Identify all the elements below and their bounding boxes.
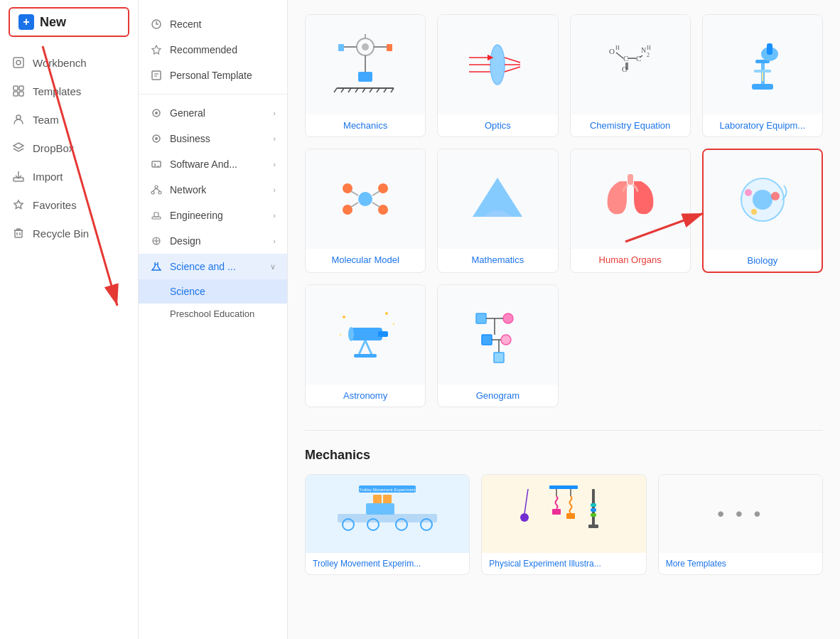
sidebar-item-workbench[interactable]: Workbench bbox=[0, 48, 138, 77]
svg-rect-41 bbox=[387, 44, 392, 51]
template-card-biology[interactable]: Biology bbox=[702, 149, 823, 273]
svg-text:2: 2 bbox=[647, 52, 650, 58]
main-content: Mechanics bbox=[288, 0, 840, 639]
sidebar-item-favorites[interactable]: Favorites bbox=[0, 190, 138, 219]
bottom-card-physical[interactable]: Physical Experiment Illustra... bbox=[481, 474, 646, 575]
general-label: General bbox=[170, 107, 205, 119]
molecular-img bbox=[306, 149, 425, 249]
svg-point-95 bbox=[771, 192, 780, 200]
template-card-molecular[interactable]: Molecular Model bbox=[305, 149, 426, 273]
bottom-card-more[interactable]: • • • More Templates bbox=[658, 474, 823, 575]
template-card-laboratory[interactable]: Laboratory Equipm... bbox=[702, 14, 823, 137]
mid-sub-item-science[interactable]: Science bbox=[139, 279, 287, 304]
new-label: New bbox=[40, 15, 66, 30]
svg-marker-14 bbox=[152, 45, 161, 54]
mid-item-software[interactable]: Software And... › bbox=[139, 151, 287, 177]
svg-rect-137 bbox=[591, 513, 596, 517]
business-icon bbox=[150, 132, 163, 145]
mid-item-design[interactable]: Design › bbox=[139, 228, 287, 254]
mid-item-recommended[interactable]: Recommended bbox=[139, 37, 287, 63]
svg-rect-107 bbox=[476, 313, 486, 323]
svg-rect-134 bbox=[588, 525, 598, 528]
svg-rect-74 bbox=[752, 84, 773, 90]
more-label: More Templates bbox=[659, 553, 822, 574]
svg-point-103 bbox=[343, 316, 345, 318]
svg-rect-136 bbox=[591, 508, 596, 512]
mid-item-network[interactable]: Network › bbox=[139, 177, 287, 203]
svg-rect-30 bbox=[154, 213, 158, 217]
template-card-astronomy[interactable]: Astronomy bbox=[305, 284, 426, 407]
svg-point-99 bbox=[348, 327, 354, 341]
astronomy-label: Astronomy bbox=[306, 385, 425, 407]
svg-text:Trolley Movement Experiment: Trolley Movement Experiment bbox=[359, 488, 416, 492]
svg-text:O: O bbox=[622, 65, 628, 73]
svg-text:H: H bbox=[647, 45, 651, 51]
preschool-label: Preschool Education bbox=[170, 308, 254, 319]
physical-img bbox=[482, 475, 645, 553]
svg-line-86 bbox=[351, 191, 358, 195]
svg-rect-121 bbox=[366, 503, 394, 515]
svg-point-96 bbox=[751, 209, 757, 215]
svg-line-28 bbox=[156, 188, 160, 191]
human-organs-label: Human Organs bbox=[571, 249, 690, 271]
bottom-card-trolley[interactable]: Trolley Movement Experiment Trolley Move… bbox=[305, 474, 470, 575]
team-label: Team bbox=[33, 114, 59, 126]
mid-item-general[interactable]: General › bbox=[139, 100, 287, 126]
optics-label: Optics bbox=[438, 114, 557, 136]
molecular-label: Molecular Model bbox=[306, 249, 425, 271]
svg-text:C: C bbox=[636, 54, 641, 63]
astronomy-img bbox=[306, 285, 425, 385]
dropbox-label: DropBox bbox=[33, 142, 74, 154]
svg-line-89 bbox=[372, 203, 379, 207]
template-card-mechanics[interactable]: Mechanics bbox=[305, 14, 426, 137]
mid-sub-item-preschool[interactable]: Preschool Education bbox=[139, 304, 287, 324]
mechanics-section-title: Mechanics bbox=[305, 448, 823, 463]
biology-img bbox=[704, 150, 822, 249]
sidebar-item-team[interactable]: Team bbox=[0, 105, 138, 134]
template-card-chemistry[interactable]: O H C C N H 2 O bbox=[570, 14, 691, 137]
laboratory-label: Laboratory Equipm... bbox=[703, 114, 822, 136]
software-icon bbox=[150, 158, 163, 171]
svg-rect-98 bbox=[378, 331, 388, 337]
laboratory-img bbox=[703, 15, 822, 114]
mid-item-personal-template[interactable]: Personal Template bbox=[139, 63, 287, 88]
svg-rect-123 bbox=[383, 495, 392, 503]
svg-rect-22 bbox=[152, 161, 161, 167]
svg-marker-7 bbox=[14, 143, 23, 149]
template-card-genogram[interactable]: Genogram bbox=[437, 284, 558, 407]
template-card-mathematics[interactable]: Mathematics bbox=[437, 149, 558, 273]
svg-point-105 bbox=[393, 323, 395, 326]
mechanics-img bbox=[306, 15, 425, 114]
svg-rect-130 bbox=[552, 509, 561, 515]
mid-item-recent[interactable]: Recent bbox=[139, 11, 287, 37]
recent-icon bbox=[150, 18, 163, 31]
templates-label: Templates bbox=[33, 85, 81, 97]
svg-line-69 bbox=[616, 53, 623, 58]
sidebar-item-templates[interactable]: Templates bbox=[0, 77, 138, 105]
business-label: Business bbox=[170, 133, 210, 144]
general-arrow: › bbox=[273, 109, 276, 117]
svg-rect-97 bbox=[351, 328, 382, 340]
sidebar-item-import[interactable]: Import bbox=[0, 162, 138, 190]
svg-text:H: H bbox=[615, 45, 620, 51]
recycle-bin-icon bbox=[11, 226, 26, 240]
mid-item-business[interactable]: Business › bbox=[139, 126, 287, 151]
svg-rect-135 bbox=[591, 503, 596, 507]
sidebar-item-dropbox[interactable]: DropBox bbox=[0, 134, 138, 162]
general-icon bbox=[150, 107, 163, 119]
biology-label: Biology bbox=[704, 249, 822, 272]
template-card-human-organs[interactable]: Human Organs bbox=[570, 149, 691, 273]
workbench-label: Workbench bbox=[33, 57, 87, 69]
sidebar-item-recycle-bin[interactable]: Recycle Bin bbox=[0, 219, 138, 247]
svg-point-1 bbox=[16, 60, 21, 65]
svg-rect-0 bbox=[14, 58, 23, 68]
new-button[interactable]: + New bbox=[9, 7, 129, 37]
svg-line-60 bbox=[505, 67, 520, 72]
svg-point-127 bbox=[520, 513, 529, 522]
mid-item-engineering[interactable]: Engineering › bbox=[139, 203, 287, 228]
network-label: Network bbox=[170, 184, 206, 195]
svg-rect-39 bbox=[338, 44, 344, 51]
genogram-label: Genogram bbox=[438, 385, 557, 407]
template-card-optics[interactable]: Optics bbox=[437, 14, 558, 137]
mid-item-science-and[interactable]: Science and ... ∨ bbox=[139, 254, 287, 279]
